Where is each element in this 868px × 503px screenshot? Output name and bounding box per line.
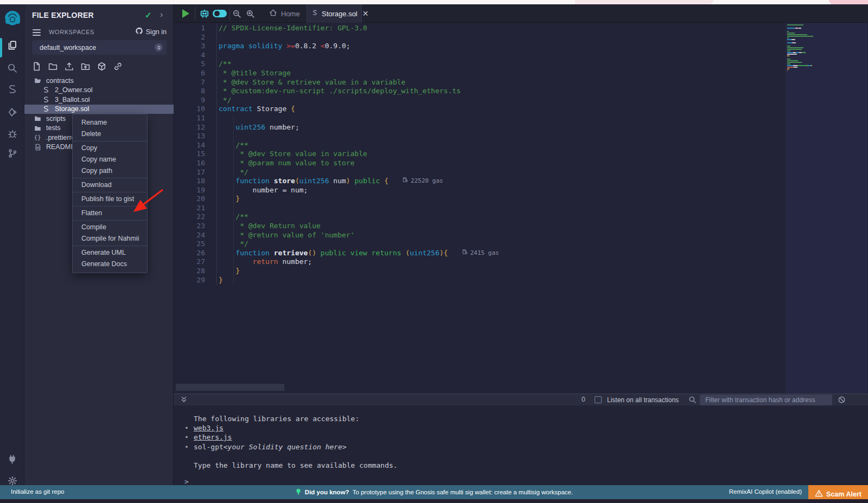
browser-edge-strip xyxy=(0,0,868,4)
code-line-5: /** xyxy=(219,60,499,69)
menu-item-compile[interactable]: Compile xyxy=(73,222,147,233)
terminal-search-icon[interactable] xyxy=(688,396,697,406)
code-line-2 xyxy=(219,33,499,42)
link-icon[interactable] xyxy=(113,62,123,71)
new-folder-icon[interactable] xyxy=(48,62,58,71)
menu-item-copy[interactable]: Copy xyxy=(73,143,147,154)
tree-item-label: contracts xyxy=(46,77,74,85)
menu-item-publish-file-to-gist[interactable]: Publish file to gist xyxy=(73,194,147,205)
editor-toolbar: Home Storage.sol ✕ xyxy=(174,4,868,23)
clear-console-icon[interactable] xyxy=(838,396,846,406)
workspaces-menu-icon[interactable] xyxy=(33,29,41,37)
minimap-track xyxy=(786,23,868,394)
zoom-out-icon[interactable] xyxy=(232,9,241,21)
plugin-manager-icon[interactable] xyxy=(0,450,24,468)
new-file-icon[interactable] xyxy=(32,62,41,71)
code-line-13 xyxy=(219,132,499,141)
menu-item-generate-docs[interactable]: Generate Docs xyxy=(73,259,147,270)
code-line-9: */ xyxy=(219,96,499,105)
code-line-3: pragma solidity >=0.8.2 <0.9.0; xyxy=(219,42,499,51)
transaction-filter-input[interactable] xyxy=(700,395,832,405)
tree-item-2-owner-sol[interactable]: 2_Owner.sol xyxy=(24,86,174,95)
menu-item-copy-name[interactable]: Copy name xyxy=(73,154,147,165)
terminal-library-sol-gpt: •sol-gpt <your Solidity question here> xyxy=(184,442,398,452)
code-line-22: /** xyxy=(219,212,499,222)
cube-icon[interactable] xyxy=(97,62,106,71)
tree-item-3-ballot-sol[interactable]: 3_Ballot.sol xyxy=(24,95,174,105)
remix-logo-icon[interactable] xyxy=(2,8,23,31)
menu-item-delete[interactable]: Delete xyxy=(73,128,147,140)
bullet: • xyxy=(184,442,194,452)
terminal[interactable]: The following libraries are accessible: … xyxy=(174,405,868,485)
menu-item-generate-uml[interactable]: Generate UML xyxy=(73,247,147,259)
close-tab-icon[interactable]: ✕ xyxy=(362,9,369,18)
run-script-button[interactable] xyxy=(182,9,189,18)
panel-title: FILE EXPLORER xyxy=(32,11,94,20)
check-icon[interactable]: ✓ xyxy=(145,10,152,20)
library-link[interactable]: web3.js xyxy=(194,423,224,433)
tree-item-label: 3_Ballot.sol xyxy=(55,96,90,104)
tab-storage-sol[interactable]: Storage.sol ✕ xyxy=(307,4,362,23)
workspace-select[interactable]: default_workspace xyxy=(32,40,167,55)
file-explorer-icon[interactable] xyxy=(0,36,24,54)
terminal-library-ethers-js: •ethers.js xyxy=(184,433,398,442)
menu-item-rename[interactable]: Rename xyxy=(73,117,147,128)
code-line-26: function retrieve() public view returns … xyxy=(219,249,499,258)
copilot-toggle[interactable] xyxy=(213,10,227,17)
upload-file-icon[interactable] xyxy=(65,62,74,71)
terminal-toolbar: 0 Listen on all transactions xyxy=(174,394,868,405)
folder-open-icon xyxy=(34,77,41,85)
home-tab-label: Home xyxy=(281,10,300,18)
code-line-1: // SPDX-License-Identifier: GPL-3.0 xyxy=(219,24,499,33)
code-line-23: * @dev Return value xyxy=(219,222,499,231)
library-arg-hint: <your Solidity question here> xyxy=(224,442,347,452)
zoom-in-icon[interactable] xyxy=(246,9,255,21)
code-line-14: /** xyxy=(219,141,499,150)
menu-divider xyxy=(73,246,147,246)
code-line-27: return number; xyxy=(219,257,499,267)
code-line-16: * @param num value to store xyxy=(219,159,499,168)
chevron-right-icon[interactable]: › xyxy=(160,10,163,20)
deploy-run-icon[interactable] xyxy=(0,103,24,121)
menu-item-download[interactable]: Download xyxy=(73,179,147,191)
code-line-15: * @dev Store value in variable xyxy=(219,150,499,159)
expand-terminal-icon[interactable] xyxy=(180,396,188,405)
search-icon[interactable] xyxy=(0,59,24,77)
code-line-12: uint256 number; xyxy=(219,123,499,132)
tab-home[interactable]: Home xyxy=(261,4,308,23)
sign-in-button[interactable]: Sign in xyxy=(135,27,167,36)
minimap[interactable] xyxy=(787,24,813,72)
upload-folder-icon[interactable] xyxy=(81,62,90,71)
code-line-21 xyxy=(219,204,499,213)
browser-edge-pink-a xyxy=(575,0,713,4)
code-editor[interactable]: 1234567891011121314151617181920212223242… xyxy=(174,23,868,394)
solidity-compiler-icon[interactable] xyxy=(0,80,24,99)
braces-icon: {} xyxy=(34,134,41,141)
tree-item-contracts[interactable]: contracts xyxy=(24,76,174,86)
code-line-19: number = num; xyxy=(219,186,499,195)
tree-item-label: 2_Owner.sol xyxy=(55,86,92,94)
ai-copilot-icon[interactable] xyxy=(199,8,210,21)
menu-item-flatten[interactable]: Flatten xyxy=(73,208,147,219)
workspace-caret-icon xyxy=(155,43,163,51)
tip-bold: Did you know? xyxy=(305,489,349,495)
listen-transactions-checkbox[interactable] xyxy=(595,396,602,403)
code-line-28: } xyxy=(219,267,499,276)
copilot-status[interactable]: RemixAI Copilot (enabled) xyxy=(729,488,802,495)
menu-item-compile-for-nahmii[interactable]: Compile for Nahmii xyxy=(73,233,147,244)
bullet: • xyxy=(184,433,194,442)
menu-item-copy-path[interactable]: Copy path xyxy=(73,165,147,177)
library-link[interactable]: ethers.js xyxy=(194,433,232,442)
init-git-repo-button[interactable]: Initialize as git repo xyxy=(11,488,64,495)
git-icon[interactable] xyxy=(0,144,24,163)
remix-ide-window: FILE EXPLORER ✓ › WORKSPACES Sign in def… xyxy=(0,0,868,503)
debugger-icon[interactable] xyxy=(0,125,24,143)
horizontal-scrollbar[interactable] xyxy=(176,384,284,391)
activity-bar xyxy=(0,4,24,485)
tree-item-storage-sol[interactable]: Storage.sol xyxy=(24,105,174,114)
solidity-icon xyxy=(42,96,50,104)
context-menu: RenameDeleteCopyCopy nameCopy pathDownlo… xyxy=(72,114,148,273)
listen-transactions-label: Listen on all transactions xyxy=(607,396,679,404)
terminal-prompt[interactable]: > xyxy=(184,478,189,486)
menu-divider xyxy=(73,141,147,141)
